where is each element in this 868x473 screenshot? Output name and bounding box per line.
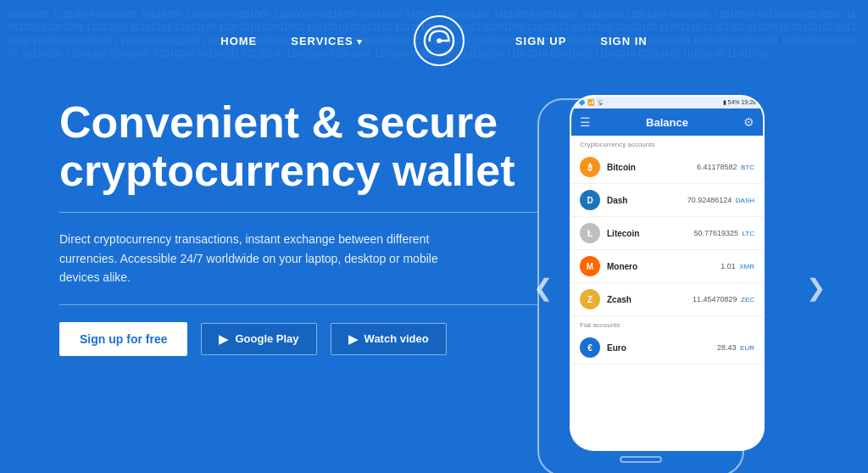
- google-play-label: Google Play: [235, 332, 298, 345]
- crypto-row-dash: D Dash 70.92486124 DASH: [571, 184, 763, 217]
- hero-subtitle: Direct cryptocurrency transactions, inst…: [59, 230, 466, 287]
- carousel-arrow-left[interactable]: ❮: [533, 274, 553, 302]
- right-section: ❮ 🔷 📶 📡 ▮ 54% 19:28 ☰ Balance ⚙: [537, 98, 809, 473]
- crypto-icon-ltc: Ł: [580, 223, 600, 243]
- fiat-amount-eur: 28.43 EUR: [717, 343, 754, 352]
- android-icon: ▶: [219, 332, 228, 346]
- svg-point-1: [437, 38, 442, 43]
- fiat-icon-eur: €: [580, 337, 600, 358]
- fiat-rows-container: € Euro 28.43 EUR: [571, 331, 763, 364]
- crypto-amount-dash: 70.92486124 DASH: [687, 196, 754, 204]
- crypto-row-btc: ₿ Bitcoin 6.41178582 BTC: [571, 151, 763, 184]
- divider-1: [59, 212, 537, 213]
- crypto-name-ltc: Litecoin: [607, 229, 687, 238]
- crypto-name-dash: Dash: [607, 196, 681, 205]
- divider-2: [59, 304, 537, 305]
- crypto-icon-zec: Z: [580, 289, 600, 309]
- crypto-name-btc: Bitcoin: [607, 163, 690, 172]
- nav-signup[interactable]: SIGN UP: [515, 35, 566, 47]
- crypto-icon-xmr: M: [580, 256, 600, 276]
- crypto-row-xmr: M Monero 1.01 XMR: [571, 250, 763, 283]
- crypto-row-zec: Z Zcash 11.45470829 ZEC: [571, 283, 763, 316]
- crypto-amount-ltc: 50.77619325 LTC: [693, 229, 754, 237]
- status-battery: ▮ 54% 19:28: [723, 99, 756, 106]
- signup-button[interactable]: Sign up for free: [59, 322, 187, 356]
- main-content: Convenient & secure cryptocurrency walle…: [0, 81, 868, 473]
- play-icon: ▶: [348, 332, 358, 346]
- phone-screen: 🔷 📶 📡 ▮ 54% 19:28 ☰ Balance ⚙ Cryptocurr…: [570, 95, 765, 451]
- fiat-section-label: Fiat accounts: [571, 316, 763, 331]
- nav-signin[interactable]: SIGN IN: [600, 35, 647, 47]
- nav-links-right: SIGN UP SIGN IN: [515, 35, 648, 47]
- crypto-icon-dash: D: [580, 190, 600, 210]
- fiat-row-eur: € Euro 28.43 EUR: [571, 331, 763, 364]
- left-section: Convenient & secure cryptocurrency walle…: [59, 98, 537, 356]
- phone-menu-icon: ☰: [580, 115, 591, 129]
- crypto-icon-btc: ₿: [580, 157, 600, 177]
- crypto-name-xmr: Monero: [607, 262, 714, 271]
- google-play-button[interactable]: ▶ Google Play: [201, 323, 316, 355]
- crypto-amount-xmr: 1.01 XMR: [721, 262, 754, 270]
- watch-video-label: Watch video: [364, 332, 429, 345]
- crypto-row-ltc: Ł Litecoin 50.77619325 LTC: [571, 217, 763, 250]
- watch-video-button[interactable]: ▶ Watch video: [331, 323, 447, 355]
- phone-mockup: 🔷 📶 📡 ▮ 54% 19:28 ☰ Balance ⚙ Cryptocurr…: [537, 98, 744, 473]
- navbar: HOME SERVICES SIGN UP SIGN IN: [0, 0, 868, 81]
- cta-buttons: Sign up for free ▶ Google Play ▶ Watch v…: [59, 322, 537, 356]
- phone-header-title: Balance: [646, 116, 688, 129]
- status-icons: 🔷 📶 📡: [578, 99, 604, 106]
- phone-header: ☰ Balance ⚙: [571, 109, 763, 136]
- hero-title: Convenient & secure cryptocurrency walle…: [59, 98, 537, 195]
- phone-home-button: [620, 456, 662, 463]
- phone-settings-icon: ⚙: [743, 115, 754, 129]
- nav-links-left: HOME SERVICES: [220, 35, 363, 47]
- nav-services[interactable]: SERVICES: [291, 35, 363, 47]
- crypto-rows-container: ₿ Bitcoin 6.41178582 BTC D Dash 70.92486…: [571, 151, 763, 316]
- nav-home[interactable]: HOME: [220, 35, 257, 47]
- carousel-arrow-right[interactable]: ❯: [806, 274, 826, 302]
- crypto-name-zec: Zcash: [607, 295, 686, 304]
- logo[interactable]: [414, 15, 465, 66]
- crypto-section-label: Cryptocurrency accounts: [571, 136, 763, 151]
- phone-status-bar: 🔷 📶 📡 ▮ 54% 19:28: [571, 97, 763, 109]
- crypto-amount-zec: 11.45470829 ZEC: [693, 295, 754, 303]
- crypto-amount-btc: 6.41178582 BTC: [697, 163, 754, 171]
- fiat-name-eur: Euro: [607, 343, 710, 353]
